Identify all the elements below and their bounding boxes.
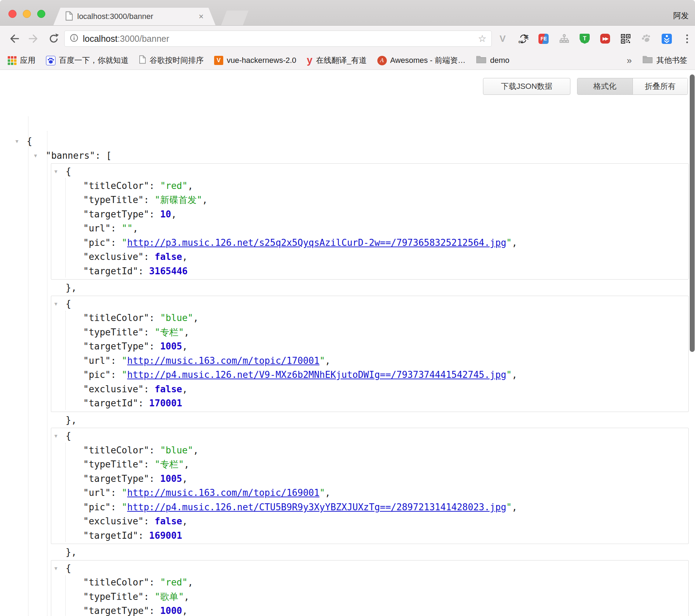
url-host: localhost [83,34,118,44]
bookmark-item-1[interactable]: 百度一下，你就知道 [46,55,128,66]
collapse-triangle-icon[interactable]: ▼ [15,134,18,149]
json-link[interactable]: http://p3.music.126.net/s25q2x5QyqsAzilC… [127,237,506,248]
json-key: "targetId" [83,530,138,541]
other-bookmarks-folder[interactable]: 其他书签 [642,55,687,66]
json-punctuation: { [66,563,71,574]
tab-title: localhost:3000/banner [77,12,195,21]
json-key: "pic" [83,369,111,380]
bookmark-item-3[interactable]: Vvue-hackernews-2.0 [214,56,296,65]
json-string-value: "专栏" [155,327,184,338]
json-punctuation: { [66,431,71,441]
info-icon[interactable] [70,33,79,44]
json-number-value: 170001 [149,398,182,408]
new-tab-button[interactable] [221,11,249,25]
tab-close-icon[interactable]: × [199,12,204,21]
collapse-triangle-icon[interactable]: ▼ [54,297,57,311]
close-window-button[interactable] [8,10,16,18]
json-quote: " [506,369,512,380]
zoom-window-button[interactable] [37,10,45,18]
bookmarks-overflow-chevron[interactable]: » [627,55,632,66]
json-punctuation: : [149,605,160,616]
json-punctuation: : [111,369,121,380]
json-string-value: "歌单" [155,591,184,602]
json-key: "targetType" [83,209,149,219]
json-property-line: "targetType": 1000, [51,604,688,616]
json-boolean-value: false [155,251,182,262]
format-button[interactable]: 格式化 [577,78,633,94]
json-punctuation: : [144,195,154,205]
json-string-value: "blue" [160,313,193,323]
bookmark-item-5[interactable]: AAwesomes - 前端资… [377,55,466,66]
bookmark-label: vue-hackernews-2.0 [227,56,296,65]
traffic-lights [8,10,45,18]
reload-button[interactable] [48,33,60,45]
json-object-open: ▼{ [51,561,688,576]
json-link[interactable]: http://music.163.com/m/topic/169001 [127,487,319,498]
bookmarks-bar: 应用百度一下，你就知道谷歌按时间排序Vvue-hackernews-2.0y在线… [0,51,695,70]
json-punctuation: : [144,591,154,602]
collapse-all-button[interactable]: 折叠所有 [633,78,688,94]
json-link[interactable]: http://music.163.com/m/topic/170001 [127,355,319,366]
bookmark-item-6[interactable]: demo [476,55,509,66]
collapse-triangle-icon[interactable]: ▼ [54,164,57,179]
json-comma: , [133,223,138,234]
folder-icon [642,55,653,66]
vue-devtools-icon[interactable]: V [497,33,508,44]
json-key: "exclusive" [83,384,144,394]
json-comma: , [187,181,193,191]
qrcode-icon[interactable] [620,33,631,44]
json-boolean-value: false [155,384,182,394]
collapse-triangle-icon[interactable]: ▼ [54,561,57,576]
bookmark-star-icon[interactable]: ☆ [478,34,486,44]
json-punctuation: : [111,237,121,248]
bookmark-item-4[interactable]: y在线翻译_有道 [307,55,366,66]
json-quote: " [122,502,127,512]
json-comma: , [171,209,177,219]
fetch-icon[interactable] [661,33,673,44]
collapse-triangle-icon[interactable]: ▼ [54,429,57,443]
profile-name[interactable]: 阿发 [673,11,689,21]
json-comma: , [184,591,190,602]
forward-button[interactable] [28,33,40,45]
json-punctuation: : [138,266,149,276]
json-key: "exclusive" [83,251,144,262]
url-bar[interactable]: localhost:3000/banner ☆ [64,31,492,47]
bookmark-item-2[interactable]: 谷歌按时间排序 [139,55,204,66]
json-object-close: }, [0,281,695,295]
json-comma: , [182,473,188,484]
json-property-line: "exclusive": false, [51,250,688,264]
vertical-scrollbar-thumb[interactable] [690,74,695,352]
json-comma: , [182,605,188,616]
json-link[interactable]: http://p4.music.126.net/V9-MXz6b2MNhEKju… [127,369,506,380]
collapse-triangle-icon[interactable]: ▼ [34,149,37,163]
json-key: "typeTitle" [83,591,144,602]
bookmark-label: Awesomes - 前端资… [390,55,466,66]
json-root-open: ▼{ [0,134,695,149]
json-link[interactable]: http://p4.music.126.net/CTU5B9R9y3XyYBZX… [127,502,506,512]
paw-icon[interactable] [641,33,652,44]
json-property-line: "targetId": 170001 [51,396,688,411]
browser-menu-icon[interactable] [682,33,693,44]
json-property-line: "typeTitle": "专栏", [51,325,688,340]
json-comma: , [182,251,188,262]
translate-icon[interactable]: 英en [517,33,529,44]
json-punctuation: }, [66,547,77,557]
bookmark-item-0[interactable]: 应用 [8,55,35,66]
indent-guide [28,117,28,616]
download-json-button[interactable]: 下载JSON数据 [483,78,570,95]
browser-tab[interactable]: localhost:3000/banner × [53,8,216,25]
json-quote: " [122,369,127,380]
json-property-line: "pic": "http://p4.music.126.net/CTU5B9R9… [51,500,688,515]
sitemap-icon[interactable] [558,33,570,44]
back-button[interactable] [8,33,20,45]
json-key: "titleColor" [83,181,149,191]
json-property-line: "titleColor": "blue", [51,311,688,325]
json-string-value: "新碟首发" [155,195,202,205]
tampermonkey-icon[interactable]: T [579,33,590,44]
json-key: "banners" [46,150,95,161]
fe-icon[interactable]: FE [538,33,549,44]
minimize-window-button[interactable] [23,10,31,18]
fastforward-icon[interactable]: ▶▶ [600,33,611,44]
json-comma: , [182,384,188,394]
json-key: "pic" [83,237,111,248]
